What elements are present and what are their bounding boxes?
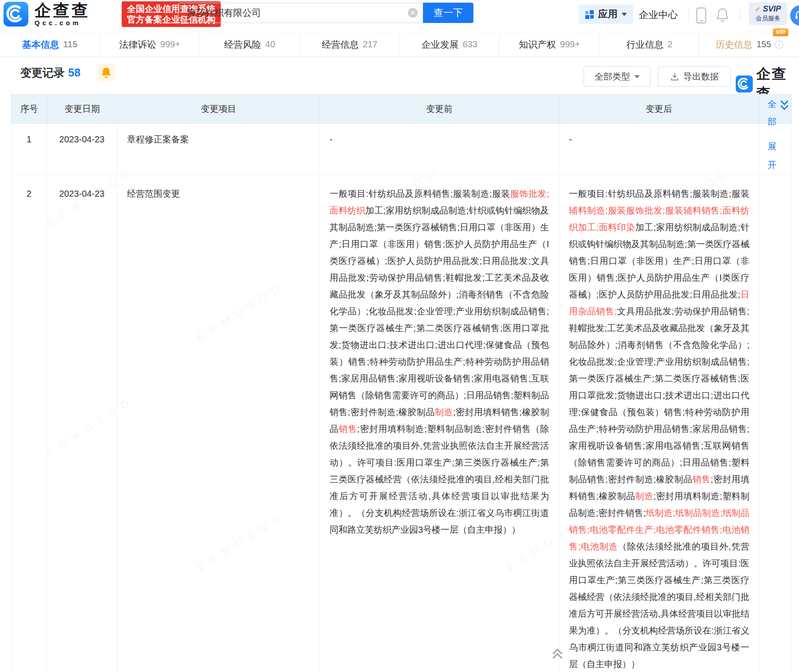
qcc-logo-icon xyxy=(736,75,753,93)
divider xyxy=(632,8,632,21)
row-no: 1 xyxy=(11,124,47,174)
double-chevron-down-icon xyxy=(779,99,790,112)
logo-brand-text: 企查查 xyxy=(35,2,116,19)
chevron-down-icon xyxy=(622,13,627,16)
tab-legal-litigation[interactable]: 法律诉讼999+ xyxy=(100,32,200,57)
notification-bell-icon[interactable] xyxy=(716,8,729,24)
row-date: 2023-04-23 xyxy=(47,124,117,174)
download-icon xyxy=(670,72,679,81)
tab-industry-info[interactable]: 行业信息2 xyxy=(599,32,699,57)
search-input[interactable] xyxy=(187,8,408,18)
tab-company-development[interactable]: 企业发展633 xyxy=(400,32,500,57)
subscribe-bell-button[interactable] xyxy=(97,64,115,81)
row-before: - xyxy=(320,124,559,174)
tab-operation-risk[interactable]: 经营风险40 xyxy=(200,32,300,57)
change-record-count: 58 xyxy=(68,66,81,79)
enterprise-center-link[interactable]: 企业中心 xyxy=(639,8,678,22)
tab-operation-info[interactable]: 经营信息217 xyxy=(300,32,400,57)
mobile-app-icon[interactable] xyxy=(695,7,707,26)
export-data-button[interactable]: 导出数据 xyxy=(658,66,731,87)
tab-history-info[interactable]: VIP 历史信息 155 i xyxy=(699,32,799,57)
search-box: ✕ xyxy=(178,3,423,23)
search-area: ✕ 查一下 xyxy=(178,3,473,23)
logo-domain-text: Qcc.com xyxy=(35,19,116,27)
clear-search-icon[interactable]: ✕ xyxy=(408,8,418,18)
col-header-item: 变更项目 xyxy=(118,95,320,123)
filter-type-dropdown[interactable]: 全部类型 xyxy=(584,66,651,87)
row-date: 2023-04-23 xyxy=(47,175,117,672)
qcc-logo-icon xyxy=(4,2,28,27)
bell-icon xyxy=(101,67,111,78)
tab-basic-info[interactable]: 基本信息115 xyxy=(0,32,100,57)
row-after: - xyxy=(559,124,760,174)
divider xyxy=(740,8,740,21)
table-row: 2 2023-04-23 经营范围变更 一般项目:针纺织品及原料销售;服装制造;… xyxy=(11,175,792,672)
col-header-no: 序号 xyxy=(12,95,47,123)
svip-member-button[interactable]: ✔ SVIP 会员服务 xyxy=(749,2,787,25)
col-header-date: 变更日期 xyxy=(47,95,118,123)
top-bar: 企查查 Qcc.com 全国企业信用查询系统 官方备案企业征信机构 ✕ 查一下 … xyxy=(0,0,799,32)
tab-intellectual-property[interactable]: 知识产权999+ xyxy=(499,32,599,57)
apps-menu-button[interactable]: 应用 xyxy=(579,4,633,24)
vip-badge: VIP xyxy=(773,28,788,36)
apps-grid-icon xyxy=(585,10,594,19)
row-before: 一般项目:针纺织品及原料销售;服装制造;服装服饰批发;面料纺织加工;家用纺织制成… xyxy=(320,175,559,672)
row-item: 经营范围变更 xyxy=(117,175,320,672)
row-item: 章程修正案备案 xyxy=(117,124,320,174)
search-button[interactable]: 查一下 xyxy=(423,3,473,23)
chevron-down-icon xyxy=(634,75,640,78)
row-after: 一般项目:针纺织品及原料销售;服装制造;服装辅料制造;服装服饰批发;服装辅料销售… xyxy=(559,175,760,672)
change-record-table: 序号 变更日期 变更项目 变更前 变更后 1 2023-04-23 章程修正案备… xyxy=(11,94,792,672)
divider xyxy=(688,8,689,21)
table-header-row: 序号 变更日期 变更项目 变更前 变更后 xyxy=(11,94,792,124)
collapse-row-button[interactable] xyxy=(549,647,566,660)
table-row: 1 2023-04-23 章程修正案备案 - - xyxy=(11,124,792,175)
info-icon[interactable]: i xyxy=(775,41,783,49)
col-header-before: 变更前 xyxy=(320,95,559,123)
row-no: 2 xyxy=(11,175,47,672)
company-detail-tabs: 基本信息115 法律诉讼999+ 经营风险40 经营信息217 企业发展633 … xyxy=(0,32,799,57)
customer-service-icon[interactable] xyxy=(790,5,799,26)
section-title: 变更记录58 xyxy=(20,65,81,80)
col-header-after: 变更后 xyxy=(559,95,759,123)
svip-crown-icon: ✔ xyxy=(755,5,761,13)
